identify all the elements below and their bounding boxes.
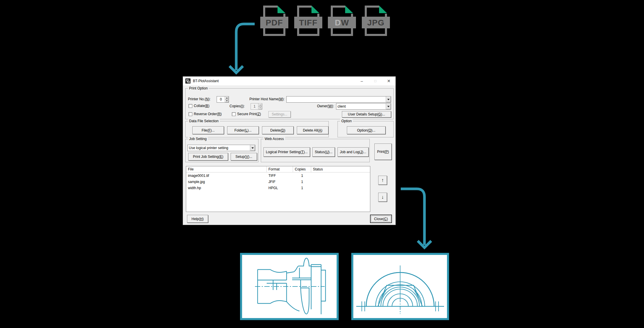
bt-plotassistant-window: BT-PlotAssistant – □ ✕ Print Option Prin… (183, 76, 396, 225)
file-copies: 1 (293, 174, 311, 178)
close-button[interactable]: Close(C) (370, 215, 392, 223)
setup-button[interactable]: Setup(V)... (231, 153, 257, 160)
folder-button[interactable]: Folder(L)... (227, 126, 259, 134)
drawing-front-view (351, 253, 449, 320)
move-down-button[interactable]: ↓ (378, 193, 387, 202)
job-setting-combobox[interactable]: Use logical printer setting (187, 145, 255, 151)
owner-dropdown-icon[interactable] (386, 103, 391, 109)
settings-button[interactable]: Settings... (268, 111, 291, 118)
arrow-dialog-to-output (401, 189, 424, 245)
drawing-side-view (240, 253, 339, 320)
option-button[interactable]: Option(O)... (347, 126, 386, 134)
column-header-file[interactable]: File (186, 166, 267, 172)
collate-checkbox-box[interactable] (189, 104, 192, 108)
file-row-3[interactable]: width.hp HPGL 1 (186, 185, 370, 191)
print-option-group-title: Print Option (188, 86, 209, 90)
delete-button[interactable]: Delete(D) (262, 126, 294, 134)
minimize-button[interactable]: – (356, 77, 367, 85)
column-header-format[interactable]: Format (267, 166, 293, 172)
job-setting-value: Use logical printer setting (188, 146, 250, 150)
arrow-output-head-icon (418, 241, 431, 248)
job-setting-group: Job Setting Use logical printer setting … (185, 139, 258, 162)
collate-checkbox[interactable]: Collate(B) (189, 104, 209, 108)
arrow-input-to-dialog (236, 24, 255, 70)
reverse-order-label: Reverse Order(R) (194, 112, 222, 116)
copies-down-icon[interactable] (258, 106, 262, 110)
file-copies: 1 (293, 180, 311, 184)
screenshot-canvas: PDF TIFF DW JPG (0, 0, 644, 328)
option-group-title: Option (340, 119, 353, 123)
column-header-status[interactable]: Status (311, 166, 370, 172)
data-file-selection-group: Data File Selection File(F)... Folder(L)… (185, 121, 329, 137)
help-button[interactable]: Help(H) (187, 215, 208, 223)
file-name: image0001.tif (186, 174, 267, 178)
job-and-log-button[interactable]: Job and Log(J)... (338, 147, 369, 157)
close-window-button[interactable]: ✕ (383, 77, 394, 85)
pdf-label: PDF (266, 18, 283, 27)
secure-print-checkbox-box[interactable] (232, 112, 236, 116)
file-row-1[interactable]: image0001.tif TIFF 1 (186, 172, 370, 179)
file-name: width.hp (186, 186, 267, 190)
file-copies: 1 (293, 186, 311, 190)
reverse-order-checkbox-box[interactable] (189, 112, 192, 116)
file-format: TIFF (267, 174, 293, 178)
user-details-setup-button[interactable]: User Details Setup(G)... (342, 111, 391, 118)
file-name: sample.jpg (186, 180, 267, 184)
data-file-selection-title: Data File Selection (188, 119, 220, 123)
option-group: Option Option(O)... (338, 121, 394, 137)
status-button[interactable]: Status(U)... (312, 147, 335, 157)
file-list: File Format Copies Status image0001.tif … (186, 166, 370, 212)
owner-value: client (336, 104, 386, 108)
printer-host-dropdown-icon[interactable] (386, 96, 391, 102)
column-header-copies[interactable]: Copies (293, 166, 311, 172)
printer-no-down-icon[interactable] (225, 99, 229, 103)
file-list-header: File Format Copies Status (186, 166, 370, 172)
delete-all-button[interactable]: Delete All(A) (297, 126, 328, 134)
file-button[interactable]: File(F)... (192, 126, 224, 134)
copies-up-icon[interactable] (258, 103, 262, 106)
web-access-title: Web Access (263, 137, 285, 141)
tiff-label: TIFF (299, 18, 317, 27)
secure-print-label: Secure Print(Z) (237, 112, 261, 116)
dw-label: DW (335, 18, 349, 27)
copies-spinner[interactable]: 1 (251, 103, 262, 110)
jpg-label: JPG (367, 18, 384, 27)
printer-no-label: Printer No.(N): (188, 97, 210, 101)
file-format: JFIF (267, 180, 293, 184)
owner-label: Owner(W): (316, 104, 334, 108)
window-title: BT-PlotAssistant (193, 79, 219, 83)
job-setting-dropdown-icon[interactable] (250, 145, 255, 151)
owner-combobox[interactable]: client (336, 103, 391, 110)
arrow-input-head-icon (229, 66, 243, 73)
job-setting-title: Job Setting (188, 137, 208, 141)
printer-host-label: Printer Host Name(M): (245, 97, 285, 101)
app-icon (185, 78, 191, 84)
maximize-button[interactable]: □ (370, 77, 381, 85)
pdf-file-icon: PDF (260, 6, 288, 36)
file-format: HPGL (267, 186, 293, 190)
reverse-order-checkbox[interactable]: Reverse Order(R) (189, 112, 222, 116)
copies-value: 1 (251, 103, 258, 109)
dw-file-icon: DW (328, 6, 356, 36)
printer-no-up-icon[interactable] (225, 96, 229, 99)
secure-print-checkbox[interactable]: Secure Print(Z) (232, 112, 261, 116)
print-button[interactable]: Print(P) (374, 144, 392, 160)
move-up-button[interactable]: ↑ (378, 176, 387, 185)
printer-no-spinner[interactable]: 0 (217, 96, 229, 103)
web-access-group: Web Access Logical Printer Setting(T)...… (261, 139, 370, 162)
collate-label: Collate(B) (194, 104, 209, 108)
jpg-file-icon: JPG (362, 6, 390, 36)
file-row-2[interactable]: sample.jpg JFIF 1 (186, 179, 370, 185)
copies-label: Copies(I): (229, 104, 245, 108)
logical-printer-setting-button[interactable]: Logical Printer Setting(T)... (263, 147, 310, 157)
print-option-group: Print Option Printer No.(N): 0 Printer H… (185, 88, 394, 119)
print-job-setting-button[interactable]: Print Job Setting(E) (188, 153, 228, 160)
printer-no-value: 0 (217, 96, 225, 102)
tiff-file-icon: TIFF (294, 6, 322, 36)
printer-host-combobox[interactable] (286, 96, 391, 103)
